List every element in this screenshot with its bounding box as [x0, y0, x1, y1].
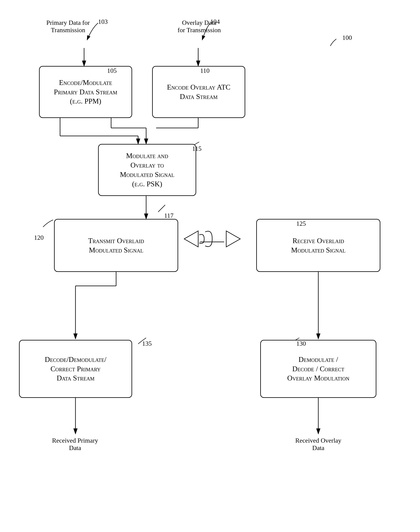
box-130: Demodulate /Decode / CorrectOverlay Modu… — [260, 340, 376, 398]
ref-105: 105 — [107, 67, 117, 74]
ref-100: 100 — [342, 34, 352, 41]
box-130-text: Demodulate /Decode / CorrectOverlay Modu… — [287, 355, 349, 383]
ref-117: 117 — [164, 212, 174, 219]
ref-104: 104 — [210, 18, 220, 25]
ref-120: 120 — [34, 234, 44, 241]
svg-marker-20 — [184, 231, 198, 247]
diagram: Encode/ModulatePrimary Data Stream(e.g. … — [0, 0, 420, 532]
label-received-overlay: Received OverlayData — [288, 437, 348, 452]
label-received-primary: Received PrimaryData — [45, 437, 105, 452]
ref-110: 110 — [200, 67, 210, 74]
ref-130: 130 — [296, 340, 306, 347]
box-110-text: Encode Overlay ATCData Stream — [167, 83, 230, 101]
svg-marker-21 — [226, 231, 240, 247]
box-120: Transmit OverlaidModulated Signal — [54, 219, 178, 272]
box-125-text: Receive OverlaidModulated Signal — [291, 236, 345, 255]
box-110: Encode Overlay ATCData Stream — [152, 66, 245, 118]
box-135-text: Decode/Demodulate/Correct PrimaryData St… — [45, 355, 106, 383]
ref-115: 115 — [192, 145, 202, 152]
ref-135: 135 — [142, 340, 152, 347]
box-115: Modulate andOverlay toModulated Signal(e… — [98, 144, 196, 196]
ref-103: 103 — [98, 18, 108, 25]
ref-125: 125 — [296, 220, 306, 227]
box-105: Encode/ModulatePrimary Data Stream(e.g. … — [39, 66, 132, 118]
box-120-text: Transmit OverlaidModulated Signal — [88, 236, 144, 255]
box-105-text: Encode/ModulatePrimary Data Stream(e.g. … — [54, 78, 117, 106]
box-135: Decode/Demodulate/Correct PrimaryData St… — [19, 340, 132, 398]
box-125: Receive OverlaidModulated Signal — [256, 219, 380, 272]
box-115-text: Modulate andOverlay toModulated Signal(e… — [120, 151, 174, 189]
label-primary-data: Primary Data forTransmission — [40, 19, 96, 34]
